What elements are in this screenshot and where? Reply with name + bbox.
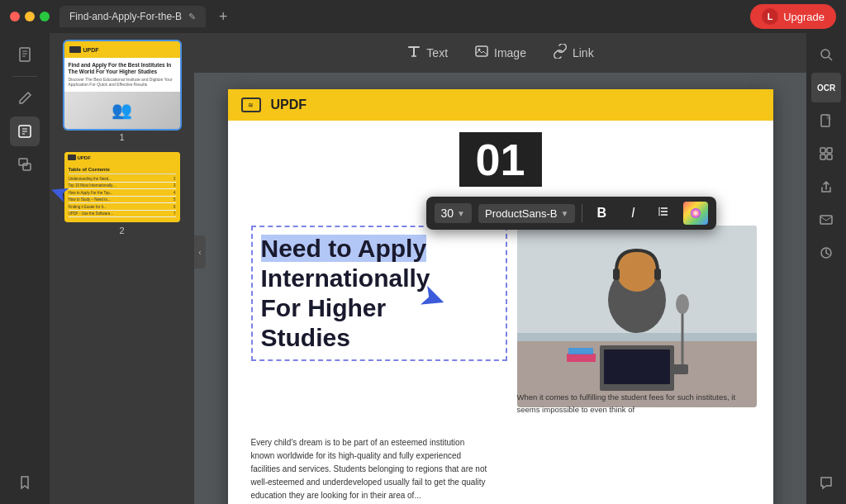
svg-rect-40 bbox=[827, 155, 832, 159]
thumbnail-page-1[interactable]: UPDF Find and Apply For the Best Institu… bbox=[58, 41, 186, 142]
pdf-viewport[interactable]: ≋ UPDF 01 30 ▼ ProductSans-B ▼ bbox=[194, 73, 806, 504]
svg-point-34 bbox=[821, 50, 829, 58]
svg-rect-13 bbox=[476, 46, 487, 56]
share-icon[interactable] bbox=[811, 172, 841, 202]
export-pdf-icon[interactable] bbox=[811, 106, 841, 136]
font-size-control[interactable]: 30 ▼ bbox=[435, 203, 472, 223]
main-container: UPDF Find and Apply For the Best Institu… bbox=[0, 33, 846, 504]
format-separator-1 bbox=[582, 204, 582, 222]
content-area: Text Image bbox=[194, 33, 806, 504]
upgrade-label: Upgrade bbox=[783, 11, 825, 23]
search-right-icon[interactable] bbox=[811, 40, 841, 69]
history-icon[interactable] bbox=[811, 238, 841, 268]
toc-item-2: Top 10 Most Internationally...3 bbox=[69, 183, 176, 189]
heading-line2: Internationally bbox=[261, 264, 430, 292]
svg-rect-41 bbox=[820, 216, 832, 224]
font-family-value: ProductSans-B bbox=[485, 207, 557, 220]
toc-item-3: How to Apply For the Top...4 bbox=[69, 191, 176, 197]
edit-icon[interactable]: ✎ bbox=[188, 12, 196, 22]
toc-item-6: UPDF - Use the Software...7 bbox=[69, 212, 176, 217]
svg-rect-28 bbox=[604, 349, 670, 384]
thumb-content-1: Find and Apply For the Best Institutes I… bbox=[64, 58, 180, 92]
thumb-logo-1 bbox=[69, 46, 81, 53]
italic-icon: I bbox=[631, 206, 634, 221]
minimize-button[interactable] bbox=[25, 12, 35, 21]
svg-rect-10 bbox=[408, 46, 420, 48]
svg-rect-25 bbox=[613, 269, 620, 280]
thumb-header-2: UPDF bbox=[64, 152, 180, 164]
thumb-inner-2: UPDF Table of Contents Understanding the… bbox=[64, 152, 180, 222]
heading-line1: Need to Apply bbox=[261, 235, 427, 262]
sidebar-icon-bookmark[interactable] bbox=[10, 468, 40, 497]
sidebar-divider-1 bbox=[12, 76, 37, 77]
link-tool-button[interactable]: Link bbox=[543, 39, 604, 67]
font-family-control[interactable]: ProductSans-B ▼ bbox=[478, 204, 575, 223]
font-size-value: 30 bbox=[441, 207, 454, 220]
pdf-big-number: 01 bbox=[459, 132, 541, 187]
thumb-people-icon: 👥 bbox=[112, 100, 132, 120]
link-tool-icon bbox=[553, 44, 568, 62]
pdf-body-text: Every child's dream is to be part of an … bbox=[251, 436, 491, 502]
title-bar: Find-and-Apply-For-the-B ✎ + L Upgrade bbox=[0, 0, 846, 33]
photo-svg bbox=[517, 226, 757, 407]
line-height-button[interactable] bbox=[652, 202, 677, 225]
italic-button[interactable]: I bbox=[620, 202, 645, 225]
color-picker-button[interactable] bbox=[683, 202, 708, 225]
photo-caption: When it comes to fulfilling the student … bbox=[517, 391, 757, 416]
font-family-dropdown-icon[interactable]: ▼ bbox=[560, 209, 568, 218]
email-icon[interactable] bbox=[811, 205, 841, 235]
toolbar: Text Image bbox=[194, 33, 806, 73]
thumbnail-page-2[interactable]: UPDF Table of Contents Understanding the… bbox=[58, 152, 186, 235]
text-tool-button[interactable]: Text bbox=[397, 39, 458, 67]
toc-item-5: Finding it Easier for It...6 bbox=[69, 205, 176, 211]
svg-rect-30 bbox=[568, 348, 593, 354]
svg-line-35 bbox=[829, 57, 832, 60]
page-number-2: 2 bbox=[119, 226, 124, 235]
thumbnail-panel: UPDF Find and Apply For the Best Institu… bbox=[50, 33, 194, 504]
close-button[interactable] bbox=[10, 12, 20, 21]
image-tool-button[interactable]: Image bbox=[464, 39, 536, 67]
organize-icon[interactable] bbox=[811, 139, 841, 169]
traffic-lights bbox=[10, 12, 50, 21]
svg-rect-39 bbox=[820, 155, 825, 159]
sidebar-icon-pen[interactable] bbox=[10, 83, 40, 113]
ocr-button[interactable]: OCR bbox=[811, 73, 841, 102]
svg-rect-26 bbox=[654, 269, 661, 280]
maximize-button[interactable] bbox=[40, 12, 50, 21]
tab-title: Find-and-Apply-For-the-B bbox=[69, 11, 182, 22]
thumb-card-2[interactable]: UPDF Table of Contents Understanding the… bbox=[64, 152, 180, 222]
font-size-dropdown-icon[interactable]: ▼ bbox=[457, 209, 465, 218]
left-sidebar bbox=[0, 33, 50, 504]
thumb-card-1[interactable]: UPDF Find and Apply For the Best Institu… bbox=[64, 41, 180, 129]
svg-point-19 bbox=[691, 208, 701, 218]
thumb-desc-1: Discover The Best Educational Institute … bbox=[69, 77, 176, 88]
ocr-label: OCR bbox=[817, 83, 835, 93]
thumb-image-1: 👥 bbox=[64, 92, 180, 129]
line-height-icon bbox=[658, 205, 671, 221]
upgrade-button[interactable]: L Upgrade bbox=[750, 4, 836, 29]
bold-button[interactable]: B bbox=[589, 202, 614, 225]
chat-icon[interactable] bbox=[811, 468, 841, 497]
link-tool-label: Link bbox=[573, 46, 594, 59]
sidebar-icon-pages[interactable] bbox=[10, 40, 40, 69]
svg-point-32 bbox=[676, 294, 689, 314]
right-sidebar: OCR bbox=[806, 33, 846, 504]
pdf-page: ≋ UPDF 01 30 ▼ ProductSans-B ▼ bbox=[228, 89, 773, 504]
heading-text: Need to Apply Internationally For Higher… bbox=[261, 234, 497, 353]
image-tool-label: Image bbox=[494, 46, 526, 59]
avatar: L bbox=[762, 8, 778, 25]
heading-line4: Studies bbox=[261, 324, 350, 351]
pdf-logo-text: UPDF bbox=[271, 97, 307, 112]
sidebar-icon-edit[interactable] bbox=[10, 116, 40, 146]
collapse-panel-button[interactable]: ‹ bbox=[194, 235, 206, 269]
thumb-title-1: Find and Apply For the Best Institutes I… bbox=[69, 62, 176, 75]
sidebar-icon-comment[interactable] bbox=[10, 150, 40, 179]
thumb-logo-2 bbox=[68, 155, 76, 160]
image-tool-icon bbox=[474, 44, 489, 62]
add-tab-button[interactable]: + bbox=[216, 8, 231, 26]
thumb-toc-title: Table of Contents bbox=[69, 167, 176, 174]
active-tab[interactable]: Find-and-Apply-For-the-B ✎ bbox=[59, 6, 206, 27]
text-edit-box[interactable]: Need to Apply Internationally For Higher… bbox=[251, 226, 507, 361]
toc-item-1: Understanding the Need...2 bbox=[69, 177, 176, 183]
svg-rect-29 bbox=[567, 354, 596, 362]
